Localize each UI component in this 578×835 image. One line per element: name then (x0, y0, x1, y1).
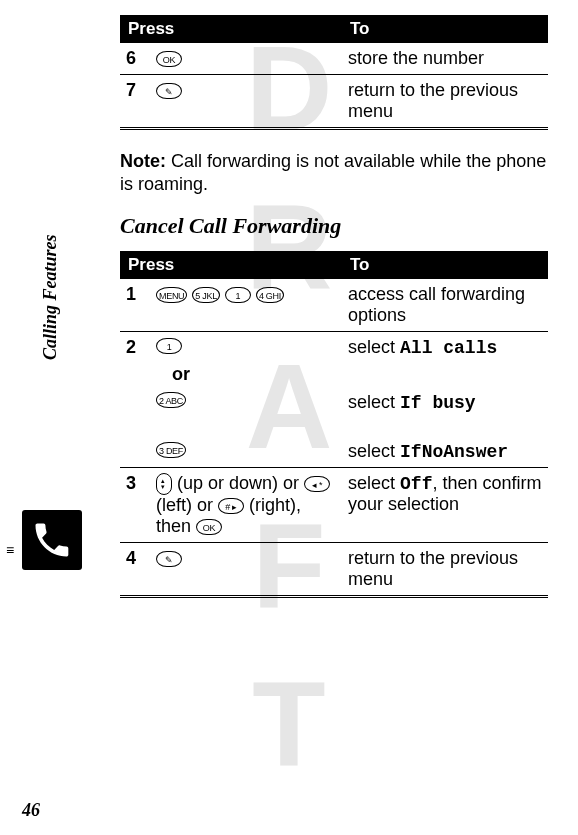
table-row: 6 OK store the number (120, 43, 548, 75)
option-off: Off (400, 474, 432, 494)
step-description: select If busy (348, 392, 542, 413)
section-heading: Cancel Call Forwarding (120, 213, 548, 239)
step-description: select IfNoAnswer (348, 441, 542, 462)
step-description: select Off, then confirm your selection (342, 467, 548, 542)
col-press-header: Press (120, 251, 342, 279)
select-label: select (348, 473, 400, 493)
one-key-icon: 1 (225, 287, 251, 303)
select-label: select (348, 441, 400, 461)
table-row: 3 (up or down) or ◂ * (left) or # ▸ (rig… (120, 467, 548, 542)
step-description: store the number (342, 43, 548, 75)
table-row: 1 MENU 5 JKL 1 4 GHI access call forward… (120, 279, 548, 332)
press-text: (left) or (156, 495, 218, 515)
table-cancel-forwarding: Press To 1 MENU 5 JKL 1 4 GHI access cal… (120, 251, 548, 598)
ok-key-icon: OK (156, 51, 182, 67)
press-text: (up or down) or (172, 473, 304, 493)
step-description: return to the previous menu (342, 75, 548, 129)
step-description: return to the previous menu (342, 543, 548, 597)
step-number: 2 (120, 331, 150, 467)
option-if-busy: If busy (400, 393, 476, 413)
page-number: 46 (22, 800, 40, 821)
note-paragraph: Note: Call forwarding is not available w… (120, 150, 548, 197)
three-key-icon: 3 DEF (156, 442, 186, 458)
phone-icon (22, 510, 82, 570)
step-description: access call forwarding options (342, 279, 548, 332)
col-press-header: Press (120, 15, 342, 43)
step-number: 3 (120, 467, 150, 542)
note-text: Call forwarding is not available while t… (120, 151, 546, 194)
table-store-return: Press To 6 OK store the number 7 ✎ retur… (120, 15, 548, 130)
step-description: select All calls (348, 337, 542, 358)
decorative-lines-icon: ≡ (6, 548, 14, 552)
hash-right-key-icon: # ▸ (218, 498, 244, 514)
one-key-icon: 1 (156, 338, 182, 354)
star-left-key-icon: ◂ * (304, 476, 330, 492)
step-number: 4 (120, 543, 150, 597)
select-label: select (348, 392, 400, 412)
nav-updown-key-icon (156, 473, 172, 495)
end-key-icon: ✎ (156, 551, 182, 567)
end-key-icon: ✎ (156, 83, 182, 99)
table-row: 2 1 or 2 ABC 3 DEF select All calls (120, 331, 548, 467)
five-key-icon: 5 JKL (192, 287, 220, 303)
ok-key-icon: OK (196, 519, 222, 535)
table-row: 4 ✎ return to the previous menu (120, 543, 548, 597)
two-key-icon: 2 ABC (156, 392, 186, 408)
option-if-no-answer: IfNoAnswer (400, 442, 508, 462)
option-all-calls: All calls (400, 338, 497, 358)
four-key-icon: 4 GHI (256, 287, 284, 303)
or-label: or (172, 364, 336, 385)
col-to-header: To (342, 15, 548, 43)
step-number: 6 (120, 43, 150, 75)
table-row: 7 ✎ return to the previous menu (120, 75, 548, 129)
step-number: 7 (120, 75, 150, 129)
col-to-header: To (342, 251, 548, 279)
sidebar-label: Calling Features (40, 234, 61, 360)
note-label: Note: (120, 151, 166, 171)
step-number: 1 (120, 279, 150, 332)
menu-key-icon: MENU (156, 287, 187, 303)
select-label: select (348, 337, 400, 357)
